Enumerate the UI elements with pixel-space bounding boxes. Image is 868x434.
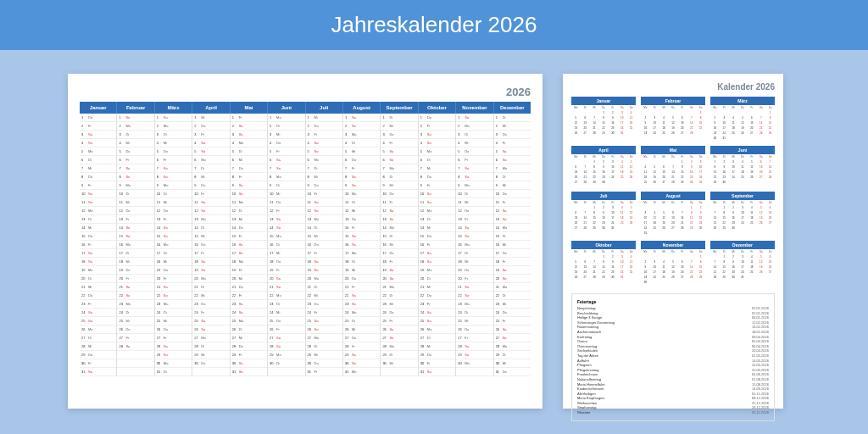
day-cell: 21Sa: [155, 283, 192, 292]
day-cell: 10Fr: [192, 190, 229, 198]
day-cell: 24Sa: [80, 309, 116, 317]
day-cell: 21So: [268, 283, 304, 292]
day-cell: 18Mi: [155, 258, 192, 266]
day-cell: 20Fr: [117, 275, 153, 283]
day-cell: 3Mi: [268, 131, 304, 139]
day-cell: 29Mi: [192, 351, 229, 359]
day-cell: 22Di: [381, 292, 417, 300]
day-cell: 3Sa: [80, 131, 116, 139]
day-cell: 24Sa: [419, 309, 455, 317]
day-cell: 11Mo: [231, 198, 267, 207]
day-cell: 26Do: [456, 326, 492, 334]
day-cell: [117, 351, 153, 359]
day-cell: [117, 368, 153, 376]
day-cell: 21Mo: [494, 283, 531, 292]
day-cell: 15Do: [419, 232, 455, 241]
day-cell: 26Mo: [419, 326, 455, 334]
sheet2-title: Kalender 2026: [571, 82, 775, 92]
day-cell: 23Mo: [155, 300, 192, 309]
day-cell: 14Fr: [343, 224, 380, 232]
day-cell: 20Di: [419, 275, 455, 283]
day-cell: 17Fr: [192, 249, 229, 258]
day-cell: 27Fr: [117, 334, 153, 342]
day-cell: 6So: [381, 156, 417, 164]
month-header: Mai: [231, 102, 268, 114]
day-cell: 31Fr: [306, 368, 342, 376]
day-cell: 17Do: [381, 249, 417, 258]
day-cell: 20Mo: [306, 275, 342, 283]
day-cell: 3Fr: [192, 131, 229, 139]
day-cell: 28So: [268, 342, 304, 351]
day-cell: 13Di: [80, 215, 116, 224]
day-cell: 5Mo: [80, 147, 116, 156]
day-cell: 12Mo: [419, 207, 455, 215]
day-cell: 4Mo: [231, 139, 267, 147]
month-header: November: [456, 102, 493, 114]
day-cell: 31Sa: [80, 368, 116, 376]
day-cell: 20Mi: [231, 275, 267, 283]
day-cell: 29Mo: [268, 351, 304, 359]
mini-month-header: Januar: [571, 97, 636, 105]
day-cell: 16Sa: [231, 241, 267, 249]
day-cell: 11Sa: [306, 198, 342, 207]
month-header: Oktober: [419, 102, 456, 114]
day-cell: 19Do: [456, 266, 492, 275]
day-cell: 18Sa: [192, 258, 229, 266]
day-cell: 8So: [456, 173, 492, 181]
day-cell: 28Sa: [456, 342, 492, 351]
day-cell: 12Do: [155, 207, 192, 215]
day-cell: 12Sa: [381, 207, 417, 215]
mini-month: MärzMoDiMiDoFrSaSo1234567891011121314151…: [710, 97, 775, 141]
day-cell: 21Di: [306, 283, 342, 292]
day-cell: 13Do: [343, 215, 380, 224]
day-cell: [381, 368, 417, 376]
month-column: 1Sa2So3Mo4Di5Mi6Do7Fr8Sa9So10Mo11Di12Mi1…: [343, 114, 381, 376]
month-column: 1Mo2Di3Mi4Do5Fr6Sa7So8Mo9Di10Mi11Do12Fr1…: [268, 114, 305, 376]
mini-month: JanuarMoDiMiDoFrSaSo12345678910111213141…: [571, 97, 636, 141]
day-cell: 13So: [494, 215, 531, 224]
day-cell: 26Do: [155, 326, 192, 334]
day-cell: 19Mi: [343, 266, 380, 275]
month-column: 1So2Mo3Di4Mi5Do6Fr7Sa8So9Mo10Di11Mi12Do1…: [155, 114, 192, 376]
holidays-list: Neujahrstag01.01.2026Berchtoldstag02.01.…: [577, 306, 769, 415]
day-cell: 27Fr: [456, 334, 492, 342]
day-cell: 29Fr: [231, 351, 267, 359]
mini-month-header: Februar: [641, 97, 705, 105]
mini-days-grid: 1234567891011121314151617181920212223242…: [641, 254, 705, 285]
day-cell: 11So: [419, 198, 455, 207]
day-cell: 9Mo: [117, 181, 153, 190]
mini-month-header: November: [641, 241, 705, 249]
day-cell: 17Sa: [80, 249, 116, 258]
mini-days-grid: 1234567891011121314151617181920212223242…: [641, 110, 705, 137]
day-cell: 9So: [343, 181, 380, 190]
day-cell: 18So: [419, 258, 455, 266]
day-cell: 6Di: [80, 156, 116, 164]
month-column: 1Fr2Sa3So4Mo5Di6Mi7Do8Fr9Sa10So11Mo12Di1…: [231, 114, 268, 376]
day-cell: 23Mi: [381, 300, 417, 309]
day-cell: 30Sa: [231, 359, 267, 368]
day-cell: 26Do: [117, 326, 153, 334]
day-cell: 18Do: [268, 258, 304, 266]
day-cell: 27Fr: [155, 334, 192, 342]
day-cell: 30So: [343, 359, 380, 368]
day-cell: 26So: [192, 326, 229, 334]
day-cell: 1Di: [494, 114, 531, 122]
mini-month: AprilMoDiMiDoFrSaSo123456789101112131415…: [571, 146, 636, 186]
day-cell: 4Sa: [192, 139, 229, 147]
day-cell: 23Di: [268, 300, 304, 309]
day-cell: 28Sa: [117, 342, 153, 351]
day-cell: 6Di: [419, 156, 455, 164]
day-cell: 7Di: [192, 164, 229, 173]
day-cell: 4Do: [268, 139, 304, 147]
day-cell: 25Fr: [494, 317, 531, 326]
day-cell: 25Mo: [231, 317, 267, 326]
day-cell: 20Di: [80, 275, 116, 283]
day-cell: 8So: [155, 173, 192, 181]
day-cell: 29So: [456, 351, 492, 359]
day-cell: 14Mi: [419, 224, 455, 232]
day-cell: 11Fr: [381, 198, 417, 207]
day-cell: 14Mi: [80, 224, 116, 232]
day-cell: 2Fr: [80, 122, 116, 131]
day-cell: 19Mo: [80, 266, 116, 275]
day-cell: 14Sa: [117, 224, 153, 232]
